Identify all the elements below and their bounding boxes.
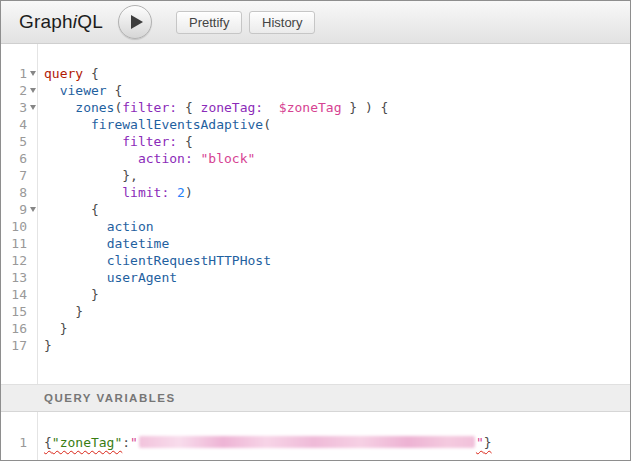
code-token: } (75, 304, 83, 319)
line-number: 7 (1, 167, 27, 184)
code-line: 13 userAgent (1, 269, 630, 286)
code-token: filter: (122, 134, 177, 149)
fold-arrow-icon[interactable] (30, 207, 36, 212)
code-token (44, 304, 75, 319)
toolbar: GraphiQL Prettify History (1, 1, 630, 44)
line-number: 17 (1, 337, 27, 354)
fold-gutter (27, 269, 38, 286)
code-token (44, 321, 60, 336)
fold-gutter (27, 116, 38, 133)
code-token: } (484, 435, 492, 450)
fold-gutter (27, 218, 38, 235)
query-editor[interactable]: 1query {2 viewer {3 zones(filter: { zone… (1, 44, 630, 384)
line-number: 3 (1, 99, 27, 116)
line-number: 14 (1, 286, 27, 303)
logo-text-1: Graph (19, 11, 73, 32)
code-text: userAgent (38, 269, 177, 286)
line-number: 12 (1, 252, 27, 269)
fold-gutter (27, 286, 38, 303)
code-token: $zoneTag (279, 100, 342, 115)
line-number: 6 (1, 150, 27, 167)
fold-gutter[interactable] (27, 65, 38, 82)
code-line: 1{"zoneTag":""} (1, 434, 630, 451)
code-text: } (38, 320, 67, 337)
code-token: filter: (122, 100, 177, 115)
code-line: 16 } (1, 320, 630, 337)
code-token: query (44, 66, 91, 81)
fold-gutter[interactable] (27, 99, 38, 116)
code-token (44, 134, 122, 149)
code-line: 6 action: "block" (1, 150, 630, 167)
fold-gutter (27, 303, 38, 320)
code-token (263, 100, 279, 115)
code-token (44, 168, 122, 183)
variables-editor-lines: 1{"zoneTag":""} (1, 434, 630, 451)
code-token (44, 253, 107, 268)
fold-gutter[interactable] (27, 201, 38, 218)
fold-gutter (27, 337, 38, 354)
fold-gutter[interactable] (27, 82, 38, 99)
code-token: }, (122, 168, 138, 183)
fold-gutter (27, 252, 38, 269)
code-line: 7 }, (1, 167, 630, 184)
fold-gutter (27, 434, 38, 451)
code-text: firewallEventsAdaptive( (38, 116, 271, 133)
code-token: zoneTag: (201, 100, 264, 115)
code-token: } (44, 338, 52, 353)
code-token (193, 151, 201, 166)
code-token: "zoneTag" (52, 435, 122, 450)
line-number: 16 (1, 320, 27, 337)
code-token (44, 151, 138, 166)
code-token: } ) { (341, 100, 388, 115)
code-token: firewallEventsAdaptive (91, 117, 263, 132)
line-number: 11 (1, 235, 27, 252)
code-text: action (38, 218, 154, 235)
code-token: "block" (201, 151, 256, 166)
line-number: 1 (1, 434, 27, 451)
fold-arrow-icon[interactable] (30, 71, 36, 76)
code-token (44, 100, 75, 115)
variables-editor[interactable]: 1{"zoneTag":""} (1, 412, 630, 460)
play-icon (131, 15, 143, 29)
code-line: 10 action (1, 218, 630, 235)
code-line: 2 viewer { (1, 82, 630, 99)
code-line: 12 clientRequestHTTPHost (1, 252, 630, 269)
code-token (44, 185, 122, 200)
code-line: 15 } (1, 303, 630, 320)
code-token: { (177, 134, 193, 149)
code-token: action (107, 219, 154, 234)
code-text: } (38, 337, 52, 354)
code-text: query { (38, 65, 99, 82)
history-button[interactable]: History (249, 11, 315, 34)
code-token (169, 185, 177, 200)
line-number: 4 (1, 116, 27, 133)
code-token (44, 219, 107, 234)
code-text: filter: { (38, 133, 193, 150)
code-line: 3 zones(filter: { zoneTag: $zoneTag } ) … (1, 99, 630, 116)
line-number: 10 (1, 218, 27, 235)
query-variables-title: QUERY VARIABLES (44, 392, 176, 404)
code-token: clientRequestHTTPHost (107, 253, 271, 268)
code-token: datetime (107, 236, 170, 251)
code-text: clientRequestHTTPHost (38, 252, 271, 269)
fold-arrow-icon[interactable] (30, 88, 36, 93)
code-token: ( (263, 117, 271, 132)
code-token (44, 236, 107, 251)
query-variables-title-bar[interactable]: QUERY VARIABLES (1, 384, 630, 412)
execute-query-button[interactable] (118, 5, 152, 39)
code-text: { (38, 201, 99, 218)
fold-arrow-icon[interactable] (30, 105, 36, 110)
line-number: 13 (1, 269, 27, 286)
graphiql-logo: GraphiQL (19, 11, 103, 33)
code-token: zones (75, 100, 114, 115)
code-line: 4 firewallEventsAdaptive( (1, 116, 630, 133)
code-token (44, 83, 60, 98)
code-token: } (60, 321, 68, 336)
code-token: { (44, 435, 52, 450)
code-token: 2 (177, 185, 185, 200)
fold-gutter (27, 150, 38, 167)
line-number: 8 (1, 184, 27, 201)
code-token (44, 287, 91, 302)
fold-gutter (27, 235, 38, 252)
prettify-button[interactable]: Prettify (176, 11, 242, 34)
